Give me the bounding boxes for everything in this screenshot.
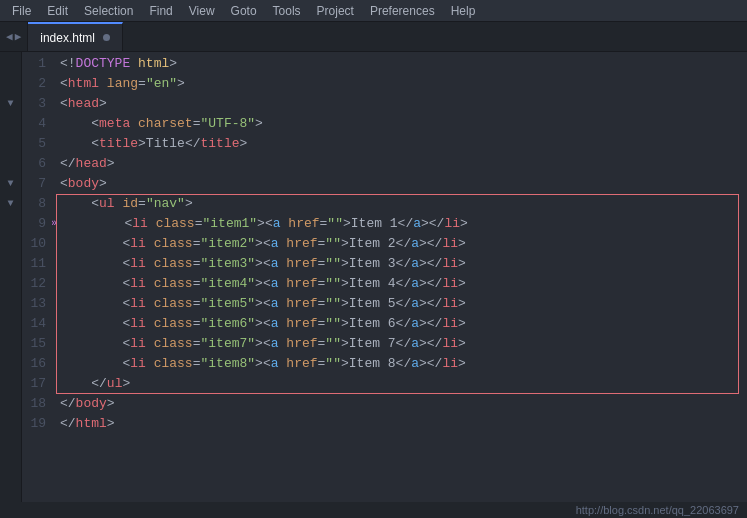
code-line: <title>Title</title>: [60, 134, 747, 154]
line-number: 9: [22, 214, 46, 234]
code-content: <li class="item5"><a href="">Item 5</a><…: [122, 294, 465, 314]
code-content: </body>: [60, 394, 115, 414]
fold-indicator: [0, 234, 22, 254]
line-number: 13: [22, 294, 46, 314]
code-line: <ul id="nav">: [60, 194, 747, 214]
line-number: 16: [22, 354, 46, 374]
line-number: 12: [22, 274, 46, 294]
code-content: <li class="item8"><a href="">Item 8</a><…: [122, 354, 465, 374]
tab-index-html[interactable]: index.html: [28, 22, 123, 51]
fold-indicator[interactable]: ▼: [0, 174, 22, 194]
code-line: <!DOCTYPE html>: [60, 54, 747, 74]
blog-url: http://blog.csdn.net/qq_22063697: [576, 504, 739, 516]
fold-indicator: [0, 374, 22, 394]
editor: ▼▼▼ 12345678910111213141516171819 <!DOCT…: [0, 52, 747, 518]
menu-goto[interactable]: Goto: [223, 2, 265, 20]
statusbar: http://blog.csdn.net/qq_22063697: [0, 502, 747, 518]
menu-edit[interactable]: Edit: [39, 2, 76, 20]
code-area: <!DOCTYPE html><html lang="en"><head> <m…: [52, 52, 747, 518]
code-line-selected: «» <li class="item1"><a href="">Item 1</…: [60, 214, 747, 234]
code-line: </ul>: [60, 374, 747, 394]
code-line: <li class="item8"><a href="">Item 8</a><…: [60, 354, 747, 374]
menu-selection[interactable]: Selection: [76, 2, 141, 20]
line-number: 10: [22, 234, 46, 254]
menu-preferences[interactable]: Preferences: [362, 2, 443, 20]
fold-indicator: [0, 414, 22, 434]
fold-indicator: [0, 214, 22, 234]
code-line: </html>: [60, 414, 747, 434]
line-number: 1: [22, 54, 46, 74]
code-content: <li class="item4"><a href="">Item 4</a><…: [122, 274, 465, 294]
code-content: <meta charset="UTF-8">: [91, 114, 263, 134]
line-number: 5: [22, 134, 46, 154]
code-content: <li class="item3"><a href="">Item 3</a><…: [122, 254, 465, 274]
tab-modified-dot: [103, 34, 110, 41]
code-line: </head>: [60, 154, 747, 174]
tab-filename: index.html: [40, 31, 95, 45]
code-content: <li class="item1"><a href="">Item 1</a><…: [124, 214, 467, 234]
code-content: </html>: [60, 414, 115, 434]
nav-left-arrow[interactable]: ◀: [6, 30, 13, 43]
code-line: <li class="item7"><a href="">Item 7</a><…: [60, 334, 747, 354]
code-line: <li class="item2"><a href="">Item 2</a><…: [60, 234, 747, 254]
line-number: 19: [22, 414, 46, 434]
menu-find[interactable]: Find: [141, 2, 180, 20]
code-content: <head>: [60, 94, 107, 114]
line-number: 2: [22, 74, 46, 94]
menu-file[interactable]: File: [4, 2, 39, 20]
tabbar: ◀ ▶ index.html: [0, 22, 747, 52]
line-number: 15: [22, 334, 46, 354]
fold-indicator: [0, 134, 22, 154]
fold-indicator: [0, 274, 22, 294]
code-line: <meta charset="UTF-8">: [60, 114, 747, 134]
menu-project[interactable]: Project: [309, 2, 362, 20]
fold-gutter: ▼▼▼: [0, 52, 22, 518]
code-content: <html lang="en">: [60, 74, 185, 94]
line-number: 6: [22, 154, 46, 174]
tab-nav-arrows[interactable]: ◀ ▶: [0, 22, 28, 51]
fold-indicator: [0, 334, 22, 354]
selection-marker-icon: «»: [52, 214, 60, 234]
code-content: </head>: [60, 154, 115, 174]
line-number: 17: [22, 374, 46, 394]
menu-view[interactable]: View: [181, 2, 223, 20]
code-content: <!DOCTYPE html>: [60, 54, 177, 74]
line-number: 18: [22, 394, 46, 414]
menu-help[interactable]: Help: [443, 2, 484, 20]
code-line: </body>: [60, 394, 747, 414]
line-numbers: 12345678910111213141516171819: [22, 52, 52, 518]
fold-indicator[interactable]: ▼: [0, 94, 22, 114]
line-number: 7: [22, 174, 46, 194]
code-content: <li class="item7"><a href="">Item 7</a><…: [122, 334, 465, 354]
fold-indicator: [0, 314, 22, 334]
nav-right-arrow[interactable]: ▶: [15, 30, 22, 43]
code-line: <li class="item3"><a href="">Item 3</a><…: [60, 254, 747, 274]
fold-indicator: [0, 254, 22, 274]
code-line: <head>: [60, 94, 747, 114]
fold-indicator: [0, 74, 22, 94]
code-line: <li class="item6"><a href="">Item 6</a><…: [60, 314, 747, 334]
fold-indicator: [0, 354, 22, 374]
code-line: <html lang="en">: [60, 74, 747, 94]
line-number: 11: [22, 254, 46, 274]
code-content: </ul>: [91, 374, 130, 394]
fold-indicator: [0, 394, 22, 414]
fold-indicator: [0, 114, 22, 134]
code-content: <li class="item6"><a href="">Item 6</a><…: [122, 314, 465, 334]
code-content: <ul id="nav">: [91, 194, 192, 214]
line-number: 4: [22, 114, 46, 134]
code-line: <body>: [60, 174, 747, 194]
line-number: 3: [22, 94, 46, 114]
code-line: <li class="item4"><a href="">Item 4</a><…: [60, 274, 747, 294]
code-line: <li class="item5"><a href="">Item 5</a><…: [60, 294, 747, 314]
code-content: <title>Title</title>: [91, 134, 247, 154]
menubar: File Edit Selection Find View Goto Tools…: [0, 0, 747, 22]
fold-indicator: [0, 54, 22, 74]
code-content: <li class="item2"><a href="">Item 2</a><…: [122, 234, 465, 254]
fold-indicator: [0, 294, 22, 314]
menu-tools[interactable]: Tools: [265, 2, 309, 20]
line-number: 14: [22, 314, 46, 334]
fold-indicator[interactable]: ▼: [0, 194, 22, 214]
line-number: 8: [22, 194, 46, 214]
fold-indicator: [0, 154, 22, 174]
